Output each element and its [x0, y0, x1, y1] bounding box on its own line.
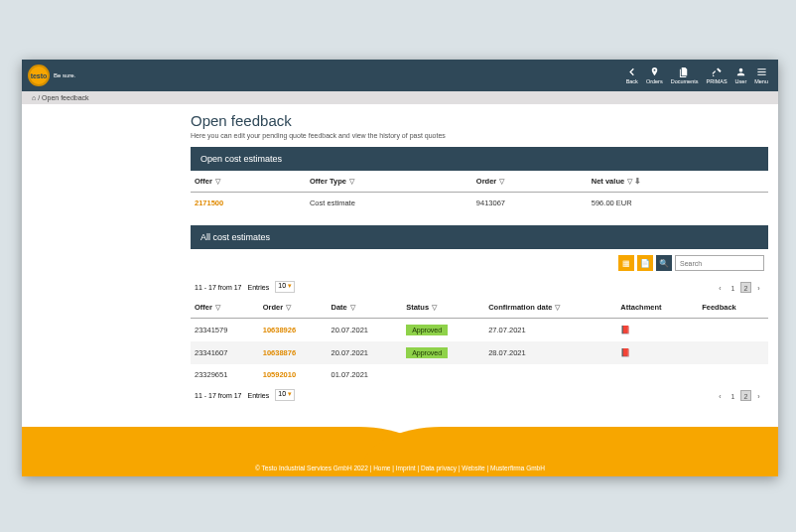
entries-select[interactable]: 10▾ [275, 389, 295, 401]
user-icon [735, 66, 746, 77]
panel-all-title: All cost estimates [191, 225, 768, 249]
header-bar: testo Be sure. Back Orders Documents PRI… [22, 60, 778, 91]
footer-text[interactable]: © Testo Industrial Services GmbH 2022 | … [255, 465, 545, 471]
nav-orders[interactable]: Orders [646, 66, 663, 84]
cell-confirmation: 27.07.2021 [484, 319, 616, 342]
filter-icon[interactable]: ▽ [627, 178, 632, 186]
order-link[interactable]: 10592010 [263, 370, 296, 379]
status-badge: Approved [406, 347, 448, 358]
nav-documents-label: Documents [671, 78, 699, 84]
col-order[interactable]: Order▽ [259, 297, 328, 319]
order-link[interactable]: 10638926 [263, 326, 296, 334]
order-link[interactable]: 10638876 [263, 348, 296, 357]
table-toolbar: ▦ 📄 🔍 [191, 249, 768, 277]
brand-logo: testo [28, 65, 50, 86]
table-row[interactable]: 233416071063887620.07.2021Approved28.07.… [191, 341, 768, 364]
col-net-value[interactable]: Net value▽ ⬇ [588, 171, 768, 193]
header-nav: Back Orders Documents PRIMAS User Menu [626, 66, 778, 84]
nav-primas[interactable]: PRIMAS [707, 66, 728, 84]
pager-bottom: 11 - 17 from 17 Entries 10▾ ‹ 1 2 › [191, 385, 768, 405]
col-offer[interactable]: Offer▽ [191, 297, 259, 319]
col-date[interactable]: Date▽ [327, 297, 402, 319]
pdf-icon[interactable]: 📕 [620, 326, 630, 334]
filter-icon[interactable]: ▽ [215, 304, 220, 312]
pager-prev[interactable]: ‹ [715, 282, 726, 293]
col-attachment[interactable]: Attachment [616, 297, 698, 319]
cell-net-value: 596.00 EUR [588, 193, 768, 214]
filter-icon[interactable]: ▽ [555, 304, 560, 312]
cell-date: 20.07.2021 [327, 341, 402, 364]
table-row[interactable]: 233296511059201001.07.2021 [191, 364, 768, 385]
nav-back-label: Back [626, 78, 638, 84]
pager-info: 11 - 17 from 17 [195, 392, 241, 399]
pager-page-1[interactable]: 1 [728, 282, 738, 293]
pager-next[interactable]: › [753, 390, 764, 401]
col-offer-type[interactable]: Offer Type▽ [306, 171, 472, 193]
brand-tagline: Be sure. [54, 72, 75, 78]
pager-top: 11 - 17 from 17 Entries 10▾ ‹ 1 2 › [191, 277, 768, 297]
brand: testo Be sure. [22, 65, 75, 86]
cell-feedback [698, 319, 768, 342]
nav-user-label: User [735, 78, 747, 84]
search-button[interactable]: 🔍 [656, 255, 672, 271]
column-picker-button[interactable]: ▦ [618, 255, 634, 271]
nav-primas-label: PRIMAS [707, 78, 728, 84]
table-row[interactable]: 233415791063892620.07.2021Approved27.07.… [191, 319, 768, 342]
table-row[interactable]: 2171500 Cost estimate 9413067 596.00 EUR [191, 193, 768, 214]
breadcrumb-home[interactable]: ⌂ [32, 94, 36, 101]
pager-page-1[interactable]: 1 [728, 390, 738, 401]
filter-icon[interactable]: ▽ [499, 178, 504, 186]
tools-icon [712, 66, 723, 77]
pager-page-2[interactable]: 2 [740, 390, 751, 401]
cell-attachment: 📕 [616, 341, 698, 364]
cell-attachment: 📕 [616, 319, 698, 342]
all-estimates-table: Offer▽ Order▽ Date▽ Status▽ Confirmation… [191, 297, 768, 385]
col-confirmation[interactable]: Confirmation date▽ [484, 297, 616, 319]
nav-user[interactable]: User [735, 66, 747, 84]
col-status[interactable]: Status▽ [402, 297, 484, 319]
panel-open-estimates: Open cost estimates Offer▽ Offer Type▽ O… [191, 147, 768, 213]
cell-status: Approved [402, 319, 484, 342]
entries-select[interactable]: 10▾ [275, 281, 295, 293]
cell-status: Approved [402, 341, 484, 364]
download-icon[interactable]: ⬇ [634, 177, 641, 186]
filter-icon[interactable]: ▽ [349, 178, 354, 186]
page-title: Open feedback [191, 112, 768, 129]
entries-label: Entries [247, 392, 269, 399]
footer: © Testo Industrial Services GmbH 2022 | … [22, 417, 778, 476]
app-window: testo Be sure. Back Orders Documents PRI… [22, 60, 778, 476]
breadcrumb-sep: / [38, 94, 40, 101]
cell-date: 20.07.2021 [327, 319, 402, 342]
nav-documents[interactable]: Documents [671, 66, 699, 84]
cell-offer: 23341579 [191, 319, 259, 342]
pager-next[interactable]: › [753, 282, 764, 293]
col-offer[interactable]: Offer▽ [191, 171, 306, 193]
cell-attachment [616, 364, 698, 385]
panel-open-title: Open cost estimates [191, 147, 768, 171]
filter-icon[interactable]: ▽ [432, 304, 437, 312]
filter-icon[interactable]: ▽ [350, 304, 355, 312]
breadcrumb-current: Open feedback [42, 94, 88, 101]
offer-link[interactable]: 2171500 [195, 199, 223, 207]
cell-date: 01.07.2021 [327, 364, 402, 385]
status-badge: Approved [406, 325, 448, 335]
filter-icon[interactable]: ▽ [215, 178, 220, 186]
col-order[interactable]: Order▽ [472, 171, 588, 193]
filter-icon[interactable]: ▽ [286, 304, 291, 312]
cell-offer: 23329651 [191, 364, 259, 385]
pager-page-2[interactable]: 2 [740, 282, 751, 293]
pdf-icon[interactable]: 📕 [620, 348, 630, 357]
open-estimates-table: Offer▽ Offer Type▽ Order▽ Net value▽ ⬇ 2… [191, 171, 768, 213]
col-feedback[interactable]: Feedback [698, 297, 768, 319]
nav-menu[interactable]: Menu [754, 66, 768, 84]
pager-prev[interactable]: ‹ [715, 390, 726, 401]
export-button[interactable]: 📄 [637, 255, 653, 271]
cell-status [402, 364, 484, 385]
search-input[interactable] [675, 255, 764, 271]
nav-back[interactable]: Back [626, 66, 638, 84]
cell-offer: 23341607 [191, 341, 259, 364]
documents-icon [679, 66, 690, 77]
cell-order: 9413067 [472, 193, 588, 214]
panel-all-estimates: All cost estimates ▦ 📄 🔍 11 - 17 from 17… [191, 225, 768, 405]
nav-orders-label: Orders [646, 78, 663, 84]
